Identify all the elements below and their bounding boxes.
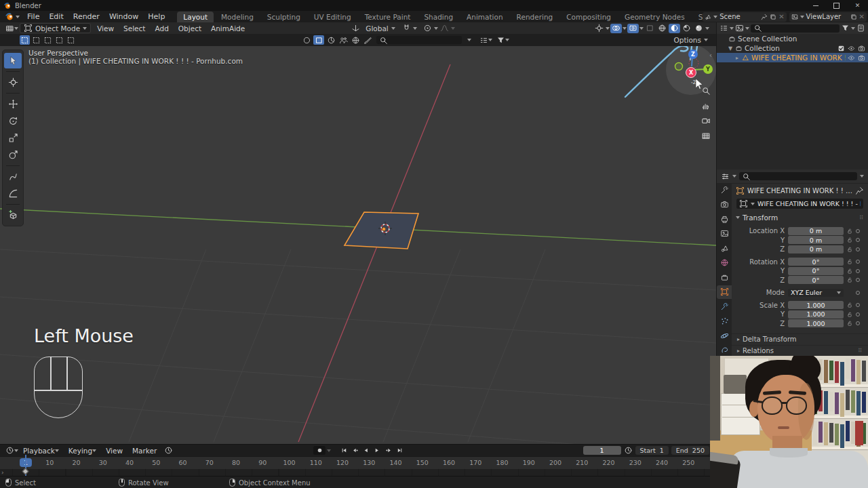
- field-mode[interactable]: XYZ Euler: [788, 289, 844, 297]
- animate-dot-icon[interactable]: [856, 260, 860, 264]
- tool-move[interactable]: [4, 96, 22, 112]
- viewport[interactable]: ZYX-Z User Perspective (1) Collection | …: [0, 46, 716, 444]
- camera-icon[interactable]: [858, 45, 865, 52]
- select-mode-subtract-icon[interactable]: [43, 35, 53, 45]
- lock-icon[interactable]: [846, 311, 853, 318]
- properties-tab-collection[interactable]: [717, 270, 732, 284]
- sidebar-collapse-icon[interactable]: ‹: [709, 52, 712, 59]
- lock-icon[interactable]: [846, 277, 853, 283]
- render-preview-icon[interactable]: [644, 24, 656, 33]
- field-y[interactable]: 1.000: [788, 310, 844, 319]
- properties-tab-scene[interactable]: [717, 241, 732, 255]
- timeline-editor-icon[interactable]: [5, 446, 14, 455]
- properties-tab-physics[interactable]: [717, 329, 732, 342]
- expander-icon[interactable]: ▼: [728, 45, 733, 52]
- properties-editor-icon[interactable]: [721, 172, 730, 181]
- filter-list-icon[interactable]: [479, 36, 488, 45]
- properties-tab-world[interactable]: [717, 256, 732, 270]
- new-viewlayer-icon[interactable]: [850, 14, 857, 20]
- field-rotation-x[interactable]: 0°: [788, 258, 844, 266]
- viewport-canvas[interactable]: ZYX-Z: [0, 46, 716, 444]
- lock-icon[interactable]: [846, 268, 853, 274]
- tab-sculpting[interactable]: Sculpting: [261, 12, 307, 22]
- falloff-icon[interactable]: [439, 24, 450, 33]
- outliner-display-mode-icon[interactable]: [719, 24, 728, 33]
- shading-solid-icon[interactable]: [669, 24, 680, 33]
- lock-icon[interactable]: [846, 302, 853, 308]
- field-y[interactable]: 0 m: [788, 236, 844, 244]
- scene-selector[interactable]: Scene ✕: [703, 12, 786, 22]
- section-delta-transform[interactable]: ▸Delta Transform: [732, 333, 868, 345]
- toolbar-search-input[interactable]: [376, 36, 462, 44]
- app-menu-button[interactable]: [0, 12, 22, 21]
- menu-window[interactable]: Window: [104, 11, 143, 22]
- shading-material-icon[interactable]: [681, 24, 692, 33]
- camera-icon[interactable]: [858, 54, 865, 62]
- timeline-menu-marker[interactable]: Marker: [127, 445, 161, 456]
- select-mode-invert-icon[interactable]: [54, 35, 64, 45]
- tab-rendering[interactable]: Rendering: [511, 12, 559, 22]
- section-relations[interactable]: ▸Relations⠿: [732, 345, 868, 357]
- field-location-x[interactable]: 0 m: [788, 227, 844, 235]
- auto-keying-icon[interactable]: [313, 446, 326, 455]
- transform-panel-header[interactable]: Transform ⠿: [732, 211, 868, 224]
- tool-scale[interactable]: [4, 130, 22, 146]
- shading-rendered-icon[interactable]: [693, 24, 705, 33]
- viewport-menu-animaide[interactable]: AnimAide: [206, 22, 250, 34]
- properties-tab-constraints[interactable]: [717, 344, 732, 357]
- properties-tab-tool[interactable]: [717, 183, 732, 197]
- outliner-filter-icon[interactable]: [735, 24, 744, 33]
- properties-tab-particles[interactable]: [717, 314, 732, 328]
- timeline-ruler[interactable]: 1 10203040506070809010011012013014015016…: [0, 456, 716, 469]
- outliner-row[interactable]: ▸WIFE CHEATING IN WORK ! ! ! - Pornhub.c…: [717, 53, 868, 62]
- camera-view-button[interactable]: [699, 115, 713, 126]
- field-scale-x[interactable]: 1.000: [788, 301, 844, 309]
- tool-add-cube[interactable]: [4, 207, 22, 223]
- lock-icon[interactable]: [846, 246, 853, 253]
- maximize-button[interactable]: [826, 0, 847, 11]
- outliner-search-input[interactable]: [751, 24, 840, 33]
- field-y[interactable]: 0°: [788, 267, 844, 275]
- xray-toggle-icon[interactable]: [627, 24, 639, 33]
- object-name-field[interactable]: WIFE CHEATING IN WORK ! ! ! - Pornhub.co…: [736, 199, 863, 209]
- outliner-row[interactable]: ▼Collection: [717, 43, 868, 53]
- checkbox-icon[interactable]: [837, 45, 845, 52]
- sphere-icon[interactable]: [301, 35, 312, 45]
- square-icon[interactable]: [313, 35, 324, 45]
- tab-modeling[interactable]: Modeling: [215, 12, 260, 22]
- eye-icon[interactable]: [848, 45, 855, 52]
- tool-rotate[interactable]: [4, 113, 22, 129]
- eye-icon[interactable]: [848, 54, 855, 62]
- filter-funnel-icon[interactable]: [496, 36, 505, 45]
- lock-icon[interactable]: [846, 258, 853, 265]
- animate-dot-icon[interactable]: [856, 238, 860, 242]
- lock-icon[interactable]: [846, 237, 853, 243]
- jump-to-start-button[interactable]: [339, 446, 350, 455]
- field-z[interactable]: 1.000: [788, 319, 844, 327]
- next-keyframe-button[interactable]: [382, 446, 393, 455]
- jump-to-end-button[interactable]: [393, 446, 404, 455]
- shading-wireframe-icon[interactable]: [656, 24, 668, 33]
- pin-icon[interactable]: [761, 14, 768, 20]
- delete-viewlayer-icon[interactable]: ✕: [859, 13, 865, 20]
- tool-cursor-3d[interactable]: [4, 75, 22, 90]
- select-mode-extend-icon[interactable]: [31, 35, 41, 45]
- pan-button[interactable]: [699, 100, 713, 111]
- animate-dot-icon[interactable]: [856, 321, 860, 325]
- users-icon[interactable]: [338, 35, 349, 45]
- new-scene-icon[interactable]: [770, 14, 776, 20]
- animate-dot-icon[interactable]: [856, 312, 860, 317]
- timeline-menu-view[interactable]: View: [101, 445, 127, 456]
- properties-tab-output[interactable]: [717, 212, 732, 226]
- editor-type-icon[interactable]: [5, 24, 14, 33]
- menu-file[interactable]: File: [22, 11, 44, 22]
- lock-icon[interactable]: [846, 320, 853, 327]
- lock-icon[interactable]: [846, 228, 853, 235]
- panel-grip-icon[interactable]: ⠿: [859, 215, 864, 221]
- outliner-funnel-icon[interactable]: [841, 24, 850, 33]
- properties-search-input[interactable]: [739, 172, 857, 180]
- tab-uv-editing[interactable]: UV Editing: [308, 12, 357, 22]
- tab-geometry-nodes[interactable]: Geometry Nodes: [618, 12, 691, 22]
- perspective-toggle-button[interactable]: [699, 130, 713, 141]
- pin-icon[interactable]: [855, 186, 864, 195]
